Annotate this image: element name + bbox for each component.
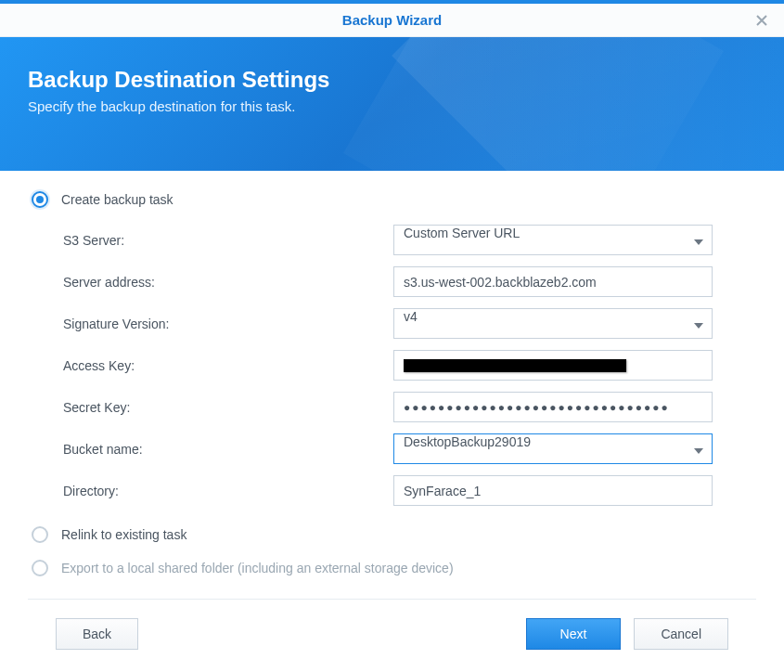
label-directory: Directory: bbox=[63, 484, 393, 498]
radio-row-relink[interactable]: Relink to existing task bbox=[32, 526, 752, 543]
radio-relink-label: Relink to existing task bbox=[61, 527, 186, 542]
input-access-key[interactable] bbox=[393, 350, 713, 381]
select-bucket-name[interactable]: DesktopBackup29019 bbox=[393, 433, 713, 464]
back-button[interactable]: Back bbox=[56, 618, 138, 650]
radio-create-label: Create backup task bbox=[61, 192, 174, 207]
close-icon[interactable] bbox=[752, 11, 771, 30]
input-server-address[interactable] bbox=[393, 266, 713, 297]
select-signature-version[interactable]: v4 bbox=[393, 308, 713, 339]
label-bucket-name: Bucket name: bbox=[63, 442, 393, 457]
banner-subtitle: Specify the backup destination for this … bbox=[28, 98, 756, 114]
radio-create[interactable] bbox=[32, 191, 48, 208]
secret-dots: ●●●●●●●●●●●●●●●●●●●●●●●●●●●●●●● bbox=[404, 393, 702, 414]
titlebar: Backup Wizard bbox=[0, 4, 784, 37]
row-access-key: Access Key: bbox=[63, 350, 752, 381]
row-bucket-name: Bucket name: DesktopBackup29019 bbox=[63, 433, 752, 464]
row-directory: Directory: bbox=[63, 475, 752, 506]
next-button[interactable]: Next bbox=[526, 618, 622, 650]
radio-row-export[interactable]: Export to a local shared folder (includi… bbox=[32, 560, 752, 576]
input-directory[interactable] bbox=[393, 475, 713, 506]
label-s3-server: S3 Server: bbox=[63, 233, 393, 248]
banner: Backup Destination Settings Specify the … bbox=[0, 37, 784, 171]
form-area: S3 Server: Custom Server URL Server addr… bbox=[32, 225, 752, 506]
row-server-address: Server address: bbox=[63, 266, 752, 297]
radio-export[interactable] bbox=[32, 560, 48, 576]
select-s3-server[interactable]: Custom Server URL bbox=[393, 225, 713, 255]
radio-row-create[interactable]: Create backup task bbox=[32, 191, 752, 208]
footer: Back Next Cancel bbox=[28, 599, 756, 672]
row-signature-version: Signature Version: v4 bbox=[63, 308, 752, 339]
row-secret-key: Secret Key: ●●●●●●●●●●●●●●●●●●●●●●●●●●●●… bbox=[63, 392, 752, 422]
label-signature-version: Signature Version: bbox=[63, 317, 393, 331]
label-access-key: Access Key: bbox=[63, 358, 393, 373]
banner-title: Backup Destination Settings bbox=[28, 67, 756, 93]
radio-relink[interactable] bbox=[32, 526, 48, 543]
input-secret-key[interactable]: ●●●●●●●●●●●●●●●●●●●●●●●●●●●●●●● bbox=[393, 392, 713, 422]
radio-export-label: Export to a local shared folder (includi… bbox=[61, 561, 454, 575]
cancel-button[interactable]: Cancel bbox=[634, 618, 728, 650]
label-secret-key: Secret Key: bbox=[63, 400, 393, 415]
redacted-bar bbox=[404, 359, 626, 372]
label-server-address: Server address: bbox=[63, 275, 393, 290]
window-title: Backup Wizard bbox=[342, 12, 442, 28]
content: Create backup task S3 Server: Custom Ser… bbox=[0, 171, 784, 576]
row-s3-server: S3 Server: Custom Server URL bbox=[63, 225, 752, 255]
